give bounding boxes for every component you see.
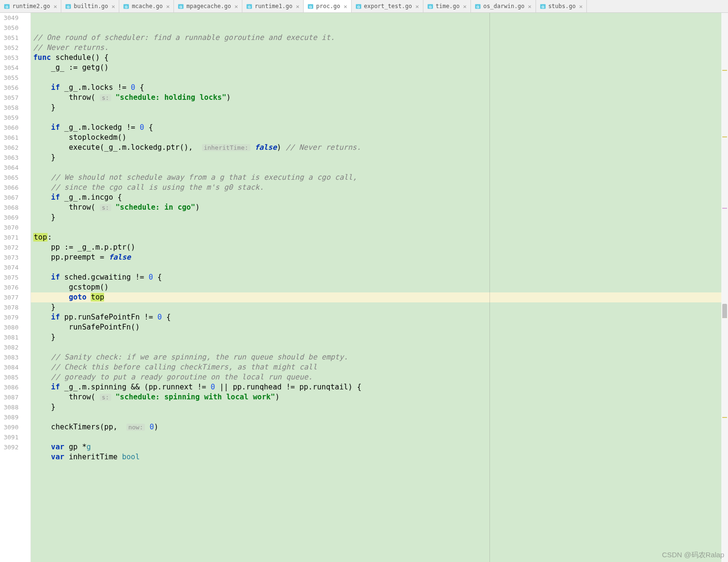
- line-number: 3057: [0, 93, 19, 103]
- line-number: 3060: [0, 123, 19, 133]
- line-number: 3087: [0, 392, 19, 402]
- code-line[interactable]: }: [31, 332, 728, 342]
- close-icon[interactable]: ×: [528, 3, 532, 10]
- code-line[interactable]: _g_ := getg(): [31, 63, 728, 73]
- code-line[interactable]: [31, 113, 728, 123]
- code-line[interactable]: [31, 462, 728, 472]
- line-number: 3059: [0, 113, 19, 123]
- code-line[interactable]: var inheritTime bool: [31, 452, 728, 462]
- code-line[interactable]: execute(_g_.m.lockedg.ptr(), inheritTime…: [31, 143, 728, 153]
- token-hint: s:: [100, 394, 111, 401]
- token-number: 0: [211, 383, 215, 391]
- code-line[interactable]: // Never returns.: [31, 43, 728, 53]
- code-line[interactable]: [31, 223, 728, 233]
- code-line[interactable]: gcstopm(): [31, 282, 728, 292]
- code-line[interactable]: // goready to put a ready goroutine on t…: [31, 372, 728, 382]
- code-line[interactable]: }: [31, 402, 728, 412]
- close-icon[interactable]: ×: [415, 3, 419, 10]
- code-line[interactable]: // One round of scheduler: find a runnab…: [31, 33, 728, 43]
- code-line[interactable]: func schedule() {: [31, 53, 728, 63]
- code-line[interactable]: if pp.runSafePointFn != 0 {: [31, 312, 728, 322]
- code-line[interactable]: // since the cgo call is using the m's g…: [31, 183, 728, 193]
- code-line[interactable]: checkTimers(pp, now: 0): [31, 422, 728, 432]
- close-icon[interactable]: ×: [296, 3, 299, 10]
- line-number: 3064: [0, 163, 19, 173]
- tab-mcache-go[interactable]: Gmcache.go×: [119, 0, 174, 12]
- code-line[interactable]: // Sanity check: if we are spinning, the…: [31, 352, 728, 362]
- code-line[interactable]: [31, 412, 728, 422]
- line-number: 3050: [0, 23, 19, 33]
- code-line[interactable]: if sched.gcwaiting != 0 {: [31, 272, 728, 282]
- line-number: 3068: [0, 203, 19, 213]
- close-icon[interactable]: ×: [166, 3, 170, 10]
- go-file-icon: G: [4, 3, 10, 10]
- code-line[interactable]: if _g_.m.lockedg != 0 {: [31, 123, 728, 133]
- tab-proc-go[interactable]: Gproc.go×: [304, 0, 351, 12]
- tab-runtime1-go[interactable]: Gruntime1.go×: [242, 0, 304, 12]
- code-line[interactable]: }: [31, 153, 728, 163]
- code-line[interactable]: throw( s: "schedule: spinning with local…: [31, 392, 728, 402]
- token-number: 0: [150, 423, 154, 431]
- code-line[interactable]: top:: [31, 233, 728, 242]
- tab-export_test-go[interactable]: Gexport_test.go×: [352, 0, 423, 12]
- code-line[interactable]: if _g_.m.spinning && (pp.runnext != 0 ||…: [31, 382, 728, 392]
- code-line[interactable]: [31, 262, 728, 272]
- token-keyword: if: [51, 83, 60, 92]
- code-line[interactable]: }: [31, 103, 728, 113]
- token-label: top: [33, 233, 48, 242]
- code-line[interactable]: [31, 73, 728, 83]
- close-icon[interactable]: ×: [579, 3, 583, 10]
- svg-text:G: G: [309, 4, 312, 9]
- tab-os_darwin-go[interactable]: Gos_darwin.go×: [471, 0, 536, 12]
- token-plain: ): [195, 203, 200, 212]
- code-line[interactable]: goto top: [31, 292, 728, 302]
- go-file-icon: G: [540, 3, 546, 10]
- code-line[interactable]: pp := _g_.m.p.ptr(): [31, 242, 728, 252]
- code-line[interactable]: pp.preempt = false: [31, 252, 728, 262]
- tab-time-go[interactable]: Gtime.go×: [423, 0, 471, 12]
- editor-area: 3049305030513052305330543055305630573058…: [0, 13, 728, 562]
- token-keyword: if: [51, 313, 60, 321]
- token-plain: ): [226, 93, 230, 102]
- line-number: 3092: [0, 442, 19, 452]
- close-icon[interactable]: ×: [234, 3, 238, 10]
- line-number: 3058: [0, 103, 19, 113]
- tab-mpagecache-go[interactable]: Gmpagecache.go×: [174, 0, 242, 12]
- code-line[interactable]: if _g_.m.locks != 0 {: [31, 83, 728, 93]
- code-line[interactable]: stoplockedm(): [31, 133, 728, 143]
- svg-text:G: G: [477, 4, 479, 9]
- vertical-scrollbar[interactable]: [721, 13, 728, 562]
- code-line[interactable]: if _g_.m.incgo {: [31, 193, 728, 203]
- tab-label: runtime1.go: [255, 3, 292, 10]
- code-line[interactable]: throw( s: "schedule: in cgo"): [31, 203, 728, 213]
- go-file-icon: G: [307, 3, 314, 10]
- close-icon[interactable]: ×: [344, 3, 347, 10]
- close-icon[interactable]: ×: [112, 3, 115, 10]
- svg-text:G: G: [6, 4, 9, 9]
- code-line[interactable]: }: [31, 213, 728, 223]
- code-line[interactable]: throw( s: "schedule: holding locks"): [31, 93, 728, 103]
- code-line[interactable]: var gp *g: [31, 442, 728, 452]
- svg-text:G: G: [67, 4, 70, 9]
- scroll-marker: [722, 208, 727, 209]
- code-line[interactable]: [31, 342, 728, 352]
- scrollbar-thumb[interactable]: [722, 304, 727, 318]
- code-line[interactable]: runSafePointFn(): [31, 322, 728, 332]
- token-keyword: var: [51, 453, 64, 461]
- token-hl: top: [91, 293, 104, 301]
- close-icon[interactable]: ×: [463, 3, 467, 10]
- code-line[interactable]: }: [31, 302, 728, 312]
- code-line[interactable]: [31, 163, 728, 173]
- token-hint: s:: [100, 204, 111, 211]
- tab-builtin-go[interactable]: Gbuiltin.go×: [61, 0, 119, 12]
- tab-runtime2-go[interactable]: Gruntime2.go×: [0, 0, 61, 12]
- tab-stubs-go[interactable]: Gstubs.go×: [536, 0, 587, 12]
- code-line[interactable]: // We should not schedule away from a g …: [31, 173, 728, 183]
- line-number: 3089: [0, 412, 19, 422]
- close-icon[interactable]: ×: [53, 3, 57, 10]
- code-line[interactable]: [31, 432, 728, 442]
- code-line[interactable]: // Check this before calling checkTimers…: [31, 362, 728, 372]
- token-plain: _g_.m.spinning && (pp.runnext !=: [60, 383, 211, 391]
- line-number: 3088: [0, 402, 19, 412]
- code-area[interactable]: // One round of scheduler: find a runnab…: [31, 13, 728, 562]
